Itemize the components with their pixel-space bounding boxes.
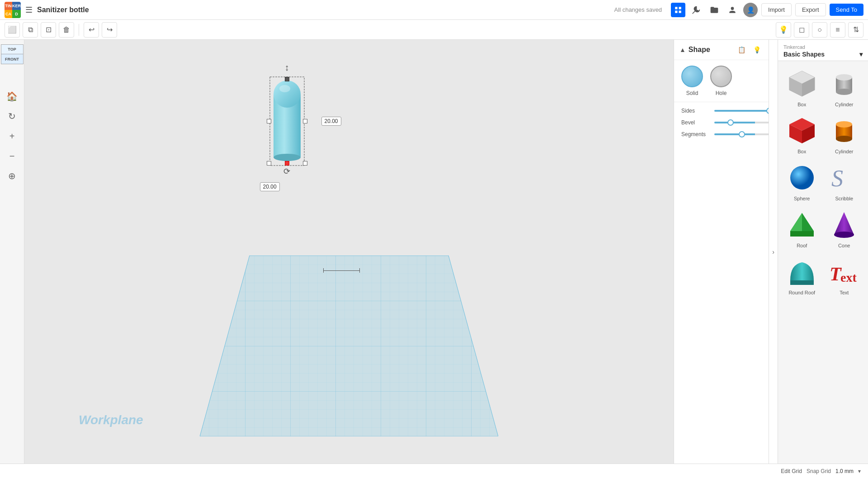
workplane <box>200 256 498 436</box>
shape-thumb-scribble: S <box>828 161 860 194</box>
sides-label: Sides <box>681 108 711 114</box>
new-button[interactable]: ⬜ <box>5 22 20 38</box>
edit-grid-label[interactable]: Edit Grid <box>781 468 802 474</box>
shape-item-roof-green[interactable]: Roof <box>783 207 821 250</box>
handle-left[interactable] <box>267 119 271 123</box>
shape-item-round-roof-teal[interactable]: Round Roof <box>783 254 821 297</box>
handle-top[interactable] <box>285 77 289 81</box>
shape-item-cone-purple[interactable]: Cone <box>825 207 864 250</box>
handle-bottom-left[interactable] <box>267 161 271 166</box>
shape-name-scribble: Scribble <box>835 196 853 201</box>
bevel-slider-row: Bevel 25 <box>681 119 761 126</box>
shape-tool-button[interactable]: ◻ <box>794 22 809 38</box>
view-top[interactable]: TOP <box>1 44 24 54</box>
panel-info-button[interactable]: 📋 <box>735 43 748 56</box>
export-button[interactable]: Export <box>795 3 826 16</box>
bevel-slider[interactable] <box>714 122 773 123</box>
send-to-button[interactable]: Send To <box>830 4 863 16</box>
duplicate-button[interactable]: ⊡ <box>41 22 56 38</box>
rotate-handle[interactable]: ⟳ <box>283 166 290 176</box>
shape-thumb-box-red <box>786 114 818 147</box>
viewport[interactable]: Workplane ↕ <box>24 40 674 464</box>
menu-icon[interactable]: ☰ <box>25 5 33 15</box>
shape-panel-header: ▲ Shape 📋 💡 <box>674 40 769 60</box>
shape-name-cone-purple: Cone <box>838 243 850 248</box>
zoom-out-button[interactable]: − <box>4 147 21 165</box>
svg-marker-27 <box>834 212 854 235</box>
align-tool-button[interactable]: ≡ <box>830 22 845 38</box>
panel-collapse-chevron[interactable]: ▲ <box>679 46 686 53</box>
bottom-bar: Edit Grid Snap Grid 1.0 mm ▾ <box>0 464 868 478</box>
view-front[interactable]: FRONT <box>1 54 24 64</box>
snap-grid-label: Snap Grid <box>807 468 831 474</box>
shape-item-sphere-blue[interactable]: Sphere <box>783 160 821 203</box>
hole-option[interactable]: Hole <box>710 66 732 96</box>
shape-thumb-cylinder-orange <box>828 114 860 147</box>
segments-slider[interactable] <box>714 133 773 135</box>
copy-button[interactable]: ⧉ <box>23 22 38 38</box>
width-dim-label: 20.00 <box>260 182 280 191</box>
wrench-button[interactable] <box>689 3 703 17</box>
shape-item-cylinder-gray[interactable]: Cylinder <box>825 66 864 109</box>
shape-name-box-gray: Box <box>797 102 806 107</box>
dim-tick-left <box>323 268 324 273</box>
import-button[interactable]: Import <box>761 3 792 16</box>
svg-point-28 <box>834 232 854 238</box>
snap-grid-value[interactable]: 1.0 mm <box>835 468 854 474</box>
user-avatar[interactable]: 👤 <box>743 3 758 17</box>
handle-right[interactable] <box>303 119 307 123</box>
logo-br: D <box>12 10 21 18</box>
redo-button[interactable]: ↪ <box>102 22 117 38</box>
light-tool-button[interactable]: 💡 <box>776 22 791 38</box>
height-arrow[interactable]: ↕ <box>285 62 289 73</box>
shape-thumb-roof-green <box>786 208 818 241</box>
shape-item-text-red[interactable]: T ext Text <box>825 254 864 297</box>
shape-item-box-gray[interactable]: Box <box>783 66 821 109</box>
height-dim-label: 20.00 <box>321 117 341 126</box>
folder-button[interactable] <box>707 3 722 17</box>
svg-rect-29 <box>790 280 814 285</box>
orbit-button[interactable]: ↻ <box>4 108 21 125</box>
handle-bottom-center[interactable] <box>285 161 289 166</box>
panel-bulb-button[interactable]: 💡 <box>750 43 763 56</box>
solid-circle <box>681 66 703 87</box>
undo-button[interactable]: ↩ <box>84 22 99 38</box>
sides-slider[interactable] <box>714 110 773 112</box>
shape-item-cylinder-orange[interactable]: Cylinder <box>825 113 864 156</box>
logo-tl: TIN <box>5 2 12 10</box>
shape-name-cylinder-orange: Cylinder <box>835 149 853 154</box>
svg-point-20 <box>836 136 852 142</box>
home-view-button[interactable]: 🏠 <box>4 88 21 105</box>
snap-grid-chevron[interactable]: ▾ <box>858 468 861 474</box>
shape-name-roof-green: Roof <box>797 243 807 248</box>
library-toggle[interactable]: › <box>769 40 778 464</box>
svg-text:S: S <box>831 166 843 191</box>
flip-tool-button[interactable]: ⇅ <box>848 22 863 38</box>
shape-name-round-roof-teal: Round Roof <box>788 290 815 295</box>
shape-name-box-red: Box <box>797 149 806 154</box>
project-title[interactable]: Sanitizer bottle <box>37 6 610 14</box>
solid-option[interactable]: Solid <box>681 66 703 96</box>
svg-text:ext: ext <box>840 270 857 284</box>
fit-button[interactable]: ⊕ <box>4 167 21 185</box>
handle-bottom-right[interactable] <box>303 161 307 166</box>
svg-point-21 <box>790 166 814 189</box>
shape-panel-title: Shape <box>689 46 732 54</box>
shape-item-scribble[interactable]: S Scribble <box>825 160 864 203</box>
zoom-in-button[interactable]: + <box>4 128 21 145</box>
library-category-selector[interactable]: Basic Shapes ▾ <box>783 51 863 58</box>
user-icon[interactable] <box>725 3 740 17</box>
view-cube: TOP FRONT <box>0 44 28 80</box>
svg-point-13 <box>836 74 852 80</box>
svg-point-4 <box>274 154 301 161</box>
grid-view-button[interactable] <box>671 3 685 17</box>
circle-tool-button[interactable]: ○ <box>812 22 827 38</box>
shape-panel: ▲ Shape 📋 💡 Solid Hole Sides 64 <box>674 40 769 464</box>
bevel-label: Bevel <box>681 119 711 126</box>
toolbar-separator <box>79 24 79 36</box>
shape-item-box-red[interactable]: Box <box>783 113 821 156</box>
delete-button[interactable]: 🗑 <box>59 22 74 38</box>
shape-thumb-text-red: T ext <box>828 256 860 288</box>
left-sidebar: TOP FRONT 🏠 ↻ + − ⊕ <box>0 40 24 464</box>
3d-shape[interactable]: ↕ <box>269 76 305 166</box>
